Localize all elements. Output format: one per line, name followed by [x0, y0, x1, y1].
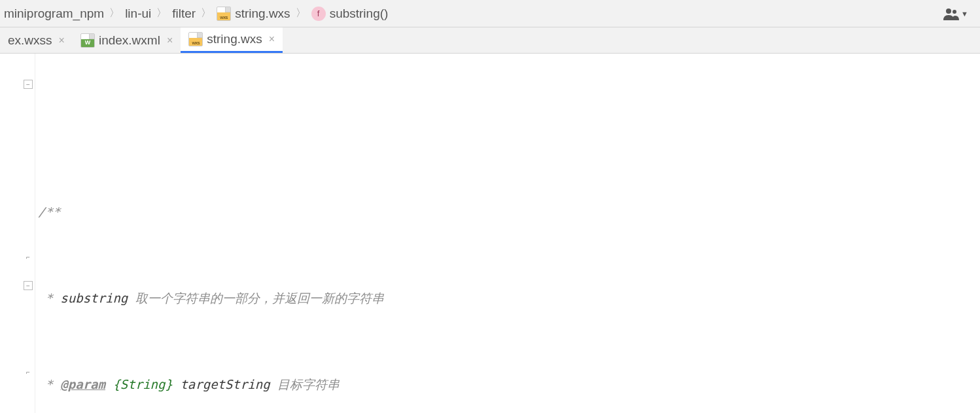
breadcrumb: miniprogram_npm 〉 lin-ui 〉 filter 〉 wxs … — [0, 0, 980, 27]
close-icon[interactable]: × — [167, 35, 173, 46]
wxs-file-icon: wxs — [217, 7, 231, 21]
wxs-file-icon: wxs — [188, 32, 203, 46]
collaborators-button[interactable]: ▼ — [943, 7, 968, 20]
breadcrumb-item[interactable]: miniprogram_npm — [3, 7, 105, 21]
chevron-right-icon: 〉 — [109, 7, 120, 20]
chevron-right-icon: 〉 — [296, 7, 306, 20]
breadcrumb-label: lin-ui — [125, 7, 151, 21]
fold-marker[interactable]: ⌐ — [24, 252, 33, 261]
chevron-down-icon: ▼ — [961, 10, 968, 18]
tab-bar: ex.wxss × W index.wxml × wxs string.wxs … — [0, 27, 980, 54]
function-icon: f — [311, 7, 326, 21]
breadcrumb-item[interactable]: filter — [171, 7, 197, 21]
breadcrumb-item[interactable]: f substring() — [310, 7, 390, 21]
breadcrumb-item[interactable]: wxs string.wxs — [215, 7, 291, 21]
fold-marker[interactable]: − — [24, 80, 33, 89]
tab-label: string.wxs — [207, 32, 262, 46]
gutter[interactable]: − ⌐ − ⌐ — [0, 54, 35, 413]
tab-ex-wxss[interactable]: ex.wxss × — [0, 27, 73, 53]
wxml-file-icon: W — [80, 33, 95, 48]
chevron-right-icon: 〉 — [156, 7, 167, 20]
close-icon[interactable]: × — [269, 33, 275, 45]
breadcrumb-label: filter — [172, 7, 196, 21]
svg-point-0 — [946, 8, 951, 14]
fold-marker[interactable]: − — [24, 281, 33, 290]
toolbar-right: ▼ — [943, 7, 980, 20]
fold-marker[interactable]: ⌐ — [24, 367, 33, 376]
breadcrumb-label: substring() — [330, 7, 389, 21]
editor[interactable]: − ⌐ − ⌐ /** * substring 取一个字符串的一部分，并返回一新… — [0, 54, 980, 413]
tab-label: ex.wxss — [8, 33, 52, 48]
breadcrumb-label: miniprogram_npm — [4, 7, 104, 21]
people-icon — [943, 7, 959, 20]
close-icon[interactable]: × — [59, 35, 65, 46]
breadcrumb-item[interactable]: lin-ui — [124, 7, 152, 21]
tab-string-wxs[interactable]: wxs string.wxs × — [181, 27, 283, 53]
breadcrumb-label: string.wxs — [235, 7, 290, 21]
tab-label: index.wxml — [99, 33, 160, 48]
chevron-right-icon: 〉 — [201, 7, 211, 20]
tab-index-wxml[interactable]: W index.wxml × — [73, 27, 181, 53]
doc-open: /** — [38, 197, 60, 226]
svg-point-1 — [953, 10, 956, 14]
code-content[interactable]: /** * substring 取一个字符串的一部分，并返回一新的字符串 * @… — [35, 54, 980, 413]
